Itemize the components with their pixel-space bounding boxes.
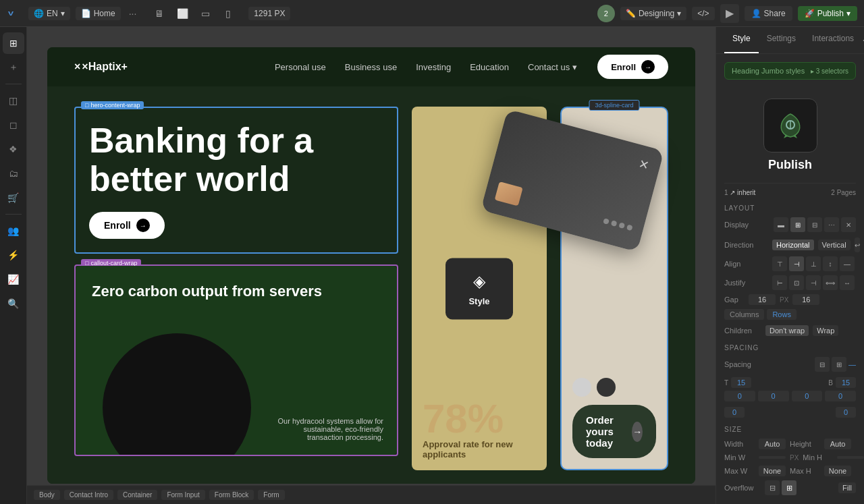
display-block-btn[interactable]: ▬ bbox=[774, 217, 788, 232]
spacing-inner-left[interactable]: 0 bbox=[724, 407, 745, 418]
bottom-tag-form-block[interactable]: Form Block bbox=[209, 490, 254, 500]
overflow-icon1[interactable]: ⊟ bbox=[765, 480, 780, 495]
tablet-view-btn[interactable]: ⬜ bbox=[173, 4, 192, 23]
bottom-tag-form-input[interactable]: Form Input bbox=[161, 490, 205, 500]
hero-enroll-btn[interactable]: Enroll → bbox=[89, 212, 165, 239]
bottom-tag-contact-intro[interactable]: Contact Intro bbox=[64, 490, 113, 500]
webflow-logo[interactable] bbox=[7, 8, 18, 19]
bottom-tag-body[interactable]: Body bbox=[34, 490, 60, 500]
nav-education[interactable]: Education bbox=[470, 62, 509, 72]
tab-interactions[interactable]: Interactions bbox=[804, 27, 862, 53]
minw-input[interactable] bbox=[759, 456, 786, 459]
minw-unit: PX bbox=[790, 454, 799, 461]
overflow-icon2[interactable]: ⊞ bbox=[782, 480, 796, 495]
wrap-btn[interactable]: Wrap bbox=[813, 325, 838, 336]
overflow-fill-select[interactable]: Fill bbox=[838, 482, 856, 493]
dont-wrap-btn[interactable]: Don't wrap bbox=[765, 325, 809, 336]
justify-space-around-btn[interactable]: ↔ bbox=[840, 275, 855, 290]
justify-space-between-btn[interactable]: ⟺ bbox=[823, 275, 838, 290]
spacing-inner-right[interactable]: 0 bbox=[836, 407, 856, 418]
sidebar-item-assets[interactable]: ◻ bbox=[3, 114, 24, 136]
sidebar-item-add[interactable]: ＋ bbox=[3, 57, 24, 78]
display-flex-btn[interactable]: ⊞ bbox=[790, 217, 805, 232]
sidebar-item-layers[interactable]: ◫ bbox=[3, 90, 24, 111]
justify-center-btn[interactable]: ⊡ bbox=[789, 275, 804, 290]
align-stretch-btn[interactable]: ↕ bbox=[823, 256, 838, 271]
nav-contact-us[interactable]: Contact us ▾ bbox=[528, 62, 577, 72]
sidebar-item-seo[interactable]: 🔍 bbox=[3, 293, 24, 314]
order-today-btn[interactable]: Order yours today → bbox=[572, 405, 656, 458]
direction-vertical-btn[interactable]: Vertical bbox=[818, 240, 850, 250]
gap-columns-input[interactable] bbox=[749, 294, 776, 305]
color-selector bbox=[572, 378, 656, 397]
maxh-input[interactable]: None bbox=[824, 466, 851, 476]
width-input[interactable]: Auto bbox=[759, 439, 786, 449]
enroll-arrow-icon: → bbox=[641, 60, 655, 74]
bottom-tag-container[interactable]: Container bbox=[117, 490, 157, 500]
panel-tabs: Style Settings Interactions ⋯ bbox=[716, 27, 864, 54]
sidebar-item-logic[interactable]: ⚡ bbox=[3, 244, 24, 266]
code-btn[interactable]: </> bbox=[692, 7, 714, 20]
display-inline-btn[interactable]: ⋯ bbox=[824, 217, 839, 232]
tab-style[interactable]: Style bbox=[724, 27, 759, 53]
card-display: ✕ bbox=[560, 107, 668, 470]
mobile-portrait-btn[interactable]: ▯ bbox=[219, 4, 238, 23]
more-options[interactable]: ··· bbox=[129, 8, 137, 19]
desktop-view-btn[interactable]: 🖥 bbox=[150, 4, 169, 23]
direction-wrap-btn[interactable]: ↩ bbox=[855, 237, 860, 252]
user-avatar[interactable]: 2 bbox=[597, 5, 615, 22]
spacing-outer-right[interactable]: 0 bbox=[825, 391, 856, 401]
spacing-outer-left[interactable]: 0 bbox=[724, 391, 755, 401]
direction-horizontal-btn[interactable]: Horizontal bbox=[772, 240, 814, 250]
spacing-top-val[interactable]: 15 bbox=[731, 377, 751, 388]
nav-investing[interactable]: Investing bbox=[416, 62, 451, 72]
align-center-btn[interactable]: ⊣ bbox=[789, 256, 804, 271]
align-top-btn[interactable]: ⊤ bbox=[772, 256, 787, 271]
spacing-inner-top[interactable]: 0 bbox=[758, 391, 789, 401]
justify-end-btn[interactable]: ⊣ bbox=[806, 275, 821, 290]
publish-btn[interactable]: 🚀 Publish ▾ bbox=[798, 6, 857, 21]
sidebar-item-navigator[interactable]: ⊞ bbox=[3, 32, 24, 54]
bottom-tag-form[interactable]: Form bbox=[258, 490, 284, 500]
panel-body: Heading Jumbo styles ▸ 3 selectors Publi… bbox=[716, 54, 864, 504]
page-selector[interactable]: 📄 Home bbox=[76, 7, 121, 20]
sidebar-item-components[interactable]: ❖ bbox=[3, 138, 24, 160]
spacing-bottom-val[interactable]: 15 bbox=[836, 377, 856, 388]
tab-settings[interactable]: Settings bbox=[759, 27, 804, 53]
spacing-inner-bottom[interactable]: 0 bbox=[792, 391, 823, 401]
spacing-reset-btn[interactable]: — bbox=[848, 360, 856, 368]
align-row: Align ⊤ ⊣ ⊥ ↕ — bbox=[724, 256, 856, 271]
gap-rows-input[interactable] bbox=[792, 294, 819, 305]
sidebar-item-ecommerce[interactable]: 🛒 bbox=[3, 187, 24, 208]
preview-btn[interactable]: ▶ bbox=[720, 4, 739, 23]
nav-personal-use[interactable]: Personal use bbox=[275, 62, 326, 72]
share-btn[interactable]: 👤 Share bbox=[745, 6, 792, 21]
publish-large-label[interactable]: Publish bbox=[768, 158, 812, 172]
color-white-option[interactable] bbox=[572, 378, 591, 397]
nav-enroll-btn[interactable]: Enroll → bbox=[597, 55, 668, 79]
mode-designing[interactable]: ✏️ Designing ▾ bbox=[620, 7, 686, 20]
spacing-icon-btn[interactable]: ⊟ bbox=[815, 357, 830, 372]
language-selector[interactable]: 🌐 EN ▾ bbox=[28, 7, 70, 20]
align-baseline-btn[interactable]: — bbox=[840, 256, 855, 271]
hero-right: 3d-spline-card ✕ bbox=[560, 107, 668, 470]
sidebar-item-analytics[interactable]: 📈 bbox=[3, 269, 24, 290]
sidebar-item-users[interactable]: 👥 bbox=[3, 220, 24, 242]
maxw-input[interactable]: None bbox=[759, 466, 786, 476]
color-dark-option[interactable] bbox=[597, 378, 616, 397]
minh-input[interactable] bbox=[837, 456, 864, 459]
canvas-area[interactable]: × ×Haptix+ Personal use Business use Inv… bbox=[27, 27, 716, 504]
columns-btn[interactable]: Columns bbox=[724, 309, 764, 320]
height-input[interactable]: Auto bbox=[824, 439, 851, 449]
canvas-width[interactable]: 1291 PX bbox=[248, 7, 290, 20]
logo-x: × bbox=[74, 61, 80, 73]
align-bottom-btn[interactable]: ⊥ bbox=[806, 256, 821, 271]
nav-business-use[interactable]: Business use bbox=[345, 62, 397, 72]
display-grid-btn[interactable]: ⊟ bbox=[807, 217, 822, 232]
rows-btn[interactable]: Rows bbox=[767, 309, 796, 320]
sidebar-item-cms[interactable]: 🗂 bbox=[3, 163, 24, 184]
spacing-icon2-btn[interactable]: ⊞ bbox=[832, 357, 846, 372]
mobile-landscape-btn[interactable]: ▭ bbox=[196, 4, 215, 23]
display-none-btn[interactable]: ✕ bbox=[841, 217, 856, 232]
justify-start-btn[interactable]: ⊢ bbox=[772, 275, 787, 290]
